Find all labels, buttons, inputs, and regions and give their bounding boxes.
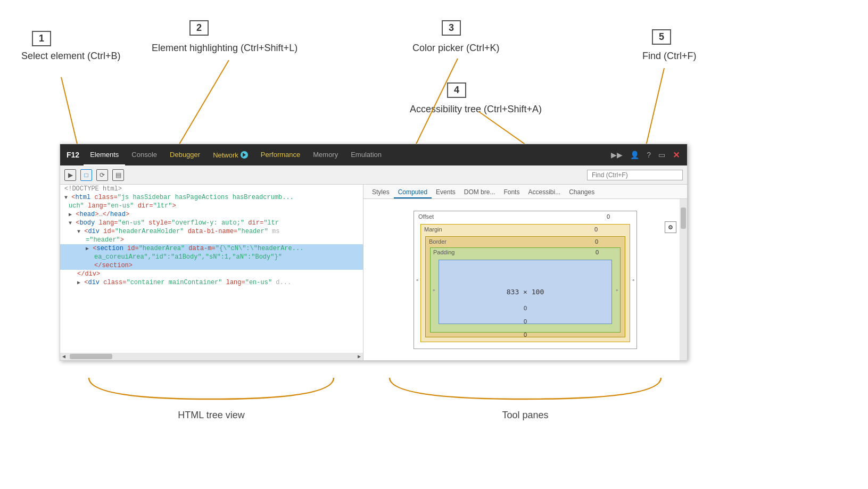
tab-debugger[interactable]: Debugger xyxy=(163,144,206,165)
tab-changes[interactable]: Changes xyxy=(565,187,599,198)
bottom-value-3: 0 xyxy=(524,331,527,338)
box-model-container: Offset 0 Margin 0 xyxy=(363,199,687,360)
toolbar-icons: ▶▶ 👤 ? ▭ ✕ xyxy=(609,149,685,161)
tool-panel: Styles Computed Events DOM bre... Fonts … xyxy=(363,185,687,360)
network-play-icon xyxy=(241,151,248,159)
scroll-left-icon[interactable]: ◀ xyxy=(60,353,68,360)
tool-panes-label-section: Tool panes xyxy=(363,372,688,421)
annotation-box-4: 4 xyxy=(447,82,466,98)
border-value: 0 xyxy=(595,238,598,245)
tab-fonts[interactable]: Fonts xyxy=(499,187,524,198)
tool-tabs: Styles Computed Events DOM bre... Fonts … xyxy=(363,185,687,199)
close-icon[interactable]: ✕ xyxy=(671,149,682,161)
html-tree-label-section: HTML tree view xyxy=(60,372,363,421)
html-line-html: ▼ <html class="js hasSidebar hasPageActi… xyxy=(60,193,363,202)
margin-left-indicator: ⚬ xyxy=(415,277,419,283)
bottom-section: HTML tree view Tool panes xyxy=(60,372,688,421)
html-line-html-lang: uch" lang="en-us" dir="ltr"> xyxy=(60,202,363,210)
bottom-value-1: 0 xyxy=(524,305,527,311)
refresh-icon[interactable]: ⟳ xyxy=(96,169,108,181)
element-highlight-button[interactable]: □ xyxy=(80,169,92,181)
tab-dom-breakpoints[interactable]: DOM bre... xyxy=(460,187,500,198)
box-offset: Offset 0 Margin 0 xyxy=(414,211,637,349)
tab-styles[interactable]: Styles xyxy=(368,187,394,198)
padding-label: Padding xyxy=(433,249,454,255)
tab-console[interactable]: Console xyxy=(125,144,163,165)
annotation-label-4: Accessibility tree (Ctrl+Shift+A) xyxy=(410,104,542,115)
accessibility-tree-button[interactable]: ▤ xyxy=(112,169,124,181)
tab-performance[interactable]: Performance xyxy=(254,144,307,165)
select-element-button[interactable]: ▶ xyxy=(64,169,76,181)
panel-scrollbar[interactable] xyxy=(680,199,687,360)
html-line-body: ▼ <body lang="en-us" style="overflow-y: … xyxy=(60,219,363,227)
html-tree-label: HTML tree view xyxy=(178,410,244,421)
annotation-box-1: 1 xyxy=(32,31,51,46)
more-tools-icon[interactable]: ▶▶ xyxy=(609,150,625,160)
html-line-div-container: ▶ <div class="container mainContainer" l… xyxy=(60,278,363,287)
tab-memory[interactable]: Memory xyxy=(307,144,344,165)
html-tree-brace xyxy=(78,372,344,404)
devtools-toolbar: F12 Elements Console Debugger Network Pe… xyxy=(60,144,687,165)
tab-network[interactable]: Network xyxy=(206,144,254,165)
box-content: 833 × 100 xyxy=(439,260,612,324)
html-line-div-close: </div> xyxy=(60,270,363,278)
html-line-head: ▶ <head>…</head> xyxy=(60,210,363,219)
html-line-div-header-2: ="header"> xyxy=(60,236,363,244)
offset-label: Offset xyxy=(418,213,434,220)
annotation-box-2: 2 xyxy=(189,20,209,36)
annotation-label-5: Find (Ctrl+F) xyxy=(642,51,697,62)
panel-scrollbar-thumb[interactable] xyxy=(681,208,686,229)
devtools-window: F12 Elements Console Debugger Network Pe… xyxy=(60,144,688,361)
html-line-div-header: ▼ <div id="headerAreaHolder" data-bi-nam… xyxy=(60,227,363,236)
html-line-section[interactable]: ▶ <section id="headerArea" data-m="{\"cN… xyxy=(60,244,363,253)
box-model-settings-icon[interactable]: ⚙ xyxy=(665,221,676,233)
padding-left-indicator: ⚬ xyxy=(432,287,436,293)
html-panel-scrollbar[interactable]: ◀ ▶ xyxy=(60,353,363,360)
scroll-right-icon[interactable]: ▶ xyxy=(356,353,363,360)
responsive-icon[interactable]: 👤 xyxy=(628,150,641,160)
border-label: Border xyxy=(429,238,447,245)
margin-right-indicator: ⚬ xyxy=(631,277,635,283)
help-icon[interactable]: ? xyxy=(644,150,653,160)
find-input[interactable] xyxy=(587,170,683,180)
tab-accessibility[interactable]: Accessibi... xyxy=(524,187,565,198)
tool-panes-brace xyxy=(379,372,672,404)
tab-computed[interactable]: Computed xyxy=(394,187,432,198)
padding-right-indicator: ⚬ xyxy=(615,287,619,293)
margin-value: 0 xyxy=(594,226,598,233)
scrollbar-thumb[interactable] xyxy=(70,354,112,359)
annotation-label-1: Select element (Ctrl+B) xyxy=(21,51,121,62)
tool-panes-label: Tool panes xyxy=(502,410,548,421)
margin-label: Margin xyxy=(424,226,442,233)
html-panel: <!DOCTYPE html> ▼ <html class="js hasSid… xyxy=(60,185,363,360)
annotation-box-3: 3 xyxy=(442,20,461,36)
annotation-label-3: Color picker (Ctrl+K) xyxy=(412,43,500,54)
devtools-secondary-toolbar: ▶ □ ⟳ ▤ xyxy=(60,165,687,185)
content-dimensions: 833 × 100 xyxy=(507,288,544,296)
tab-events[interactable]: Events xyxy=(432,187,460,198)
annotation-label-2: Element highlighting (Ctrl+Shift+L) xyxy=(152,43,297,54)
devtools-main: <!DOCTYPE html> ▼ <html class="js hasSid… xyxy=(60,185,687,360)
offset-value: 0 xyxy=(607,213,610,220)
bottom-value-2: 0 xyxy=(524,318,527,325)
devtools-logo: F12 xyxy=(62,151,84,159)
html-line-section-close: </section> xyxy=(60,261,363,270)
dock-icon[interactable]: ▭ xyxy=(656,150,667,160)
tab-emulation[interactable]: Emulation xyxy=(344,144,388,165)
html-line-doctype: <!DOCTYPE html> xyxy=(60,185,363,193)
padding-value: 0 xyxy=(596,249,599,255)
annotation-box-5: 5 xyxy=(652,29,671,45)
tab-elements[interactable]: Elements xyxy=(84,144,125,165)
html-line-section-2: ea_coreuiArea","id":"a1Body","sN":1,"aN"… xyxy=(60,253,363,261)
